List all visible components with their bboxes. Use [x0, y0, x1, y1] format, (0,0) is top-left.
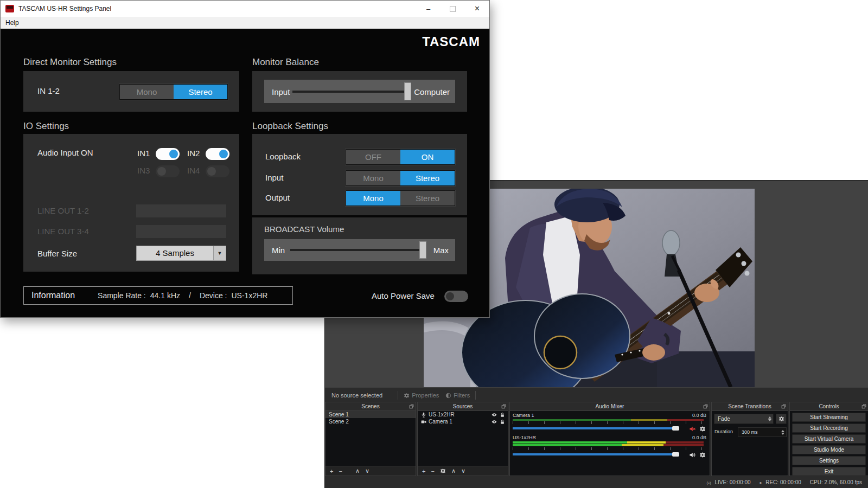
controls-panel-title: Controls — [819, 403, 839, 409]
window-title: TASCAM US-HR Settings Panel — [18, 5, 111, 12]
transition-select[interactable]: Fade — [714, 414, 774, 424]
slider-right-label: Computer — [414, 87, 450, 96]
source-properties-gear-icon[interactable] — [440, 468, 446, 474]
source-item[interactable]: US-1x2HR — [418, 411, 508, 418]
meter-tick-scale — [513, 447, 704, 450]
menu-bar: Help — [1, 17, 489, 29]
add-scene-button[interactable]: + — [330, 468, 333, 474]
transitions-panel-title: Scene Transitions — [728, 403, 771, 409]
audio-mixer-panel: Audio Mixer Camera 1 0.0 dB — [509, 402, 710, 476]
meter-tick-scale — [513, 421, 704, 424]
settings-button[interactable]: Settings — [792, 456, 866, 465]
visibility-eye-icon[interactable] — [492, 412, 497, 418]
auto-power-save-toggle[interactable] — [444, 291, 468, 302]
studio-mode-button[interactable]: Studio Mode — [792, 445, 866, 454]
start-streaming-button[interactable]: Start Streaming — [792, 413, 866, 422]
status-bar: (•) LIVE: 00:00:00 ● REC: 00:00:00 CPU: … — [325, 476, 868, 488]
monitor-balance-slider[interactable]: Input Computer — [264, 80, 455, 103]
in3-label: IN3 — [137, 166, 150, 175]
broadcast-volume-slider[interactable]: Min Max — [264, 239, 455, 261]
line-out-12-label: LINE OUT 1-2 — [37, 206, 89, 215]
properties-button[interactable]: Properties — [404, 392, 439, 399]
transition-settings-button[interactable] — [776, 414, 787, 424]
speaker-icon[interactable] — [689, 452, 695, 458]
audio-input-on-label: Audio Input ON — [37, 148, 93, 157]
section-title-direct-monitor: Direct Monitor Settings — [23, 57, 117, 68]
loopback-off-on-toggle[interactable]: OFF ON — [346, 149, 455, 165]
volume-slider[interactable] — [513, 452, 682, 457]
lock-icon[interactable] — [500, 412, 505, 418]
lock-icon[interactable] — [500, 419, 505, 425]
in4-toggle[interactable] — [206, 165, 229, 177]
mixer-channel-name: Camera 1 — [513, 413, 534, 418]
exit-button[interactable]: Exit — [792, 467, 866, 476]
source-down-button[interactable]: ∨ — [461, 467, 465, 474]
volume-slider-handle[interactable] — [672, 452, 679, 457]
buffer-size-dropdown[interactable]: 4 Samples ▼ — [136, 246, 226, 261]
add-source-button[interactable]: + — [422, 468, 425, 474]
source-up-button[interactable]: ∧ — [451, 467, 456, 474]
slider-left-label: Input — [272, 87, 290, 96]
volume-slider-handle[interactable] — [672, 426, 679, 431]
monitor-balance-handle[interactable] — [404, 82, 411, 100]
source-item[interactable]: Camera 1 — [418, 418, 508, 425]
scene-down-button[interactable]: ∨ — [365, 467, 369, 474]
camera-icon — [421, 419, 426, 425]
line-out-12-field — [136, 204, 226, 217]
popout-icon[interactable] — [703, 404, 708, 409]
in12-mono-stereo-toggle[interactable]: Mono Stereo — [119, 84, 228, 100]
visibility-eye-icon[interactable] — [492, 419, 497, 425]
popout-icon[interactable] — [501, 404, 506, 409]
sources-panel: Sources US-1x2HR Camera 1 — [417, 402, 508, 476]
title-bar[interactable]: TASCAM US-HR Settings Panel – × — [1, 1, 489, 17]
scene-item[interactable]: Scene 2 — [326, 418, 416, 425]
scene-up-button[interactable]: ∧ — [355, 467, 360, 474]
duration-field[interactable]: 300 ms — [738, 427, 787, 437]
loopback-label: Loopback — [265, 152, 301, 161]
direct-monitor-box: IN 1-2 Mono Stereo — [23, 71, 239, 112]
mixer-channel-db: 0.0 dB — [692, 435, 706, 440]
sample-rate-label: Sample Rate : — [98, 291, 146, 300]
remove-scene-button[interactable]: − — [339, 468, 342, 474]
duration-label: Duration — [714, 429, 733, 434]
sources-panel-title: Sources — [453, 403, 473, 409]
in3-toggle[interactable] — [156, 165, 180, 177]
performance-stats: CPU: 2.0%, 60.00 fps — [810, 479, 862, 485]
broadcast-volume-box: BROADCAST Volume Min Max — [252, 217, 467, 274]
filters-button[interactable]: Filters — [445, 392, 470, 399]
record-dot-icon: ● — [760, 480, 762, 485]
in12-label: IN 1-2 — [37, 86, 60, 95]
spinner-arrows-icon[interactable] — [781, 430, 784, 435]
minimize-button[interactable]: – — [416, 1, 441, 17]
popout-icon[interactable] — [781, 404, 786, 409]
help-menu[interactable]: Help — [1, 19, 24, 27]
tascam-window: TASCAM US-HR Settings Panel – × Help TAS… — [0, 0, 490, 318]
remove-source-button[interactable]: − — [431, 468, 434, 474]
start-recording-button[interactable]: Start Recording — [792, 423, 866, 433]
dropdown-arrow-icon[interactable]: ▼ — [213, 246, 226, 260]
loopback-output-toggle[interactable]: Mono Stereo — [346, 190, 455, 206]
loopback-input-toggle[interactable]: Mono Stereo — [346, 170, 455, 186]
scene-item[interactable]: Scene 1 — [326, 411, 416, 418]
close-button[interactable]: × — [465, 1, 489, 17]
slider-left-label: Min — [272, 246, 285, 255]
in2-toggle[interactable] — [206, 148, 229, 160]
broadcast-volume-handle[interactable] — [419, 241, 426, 259]
popout-icon[interactable] — [861, 404, 866, 409]
scenes-panel-title: Scenes — [361, 403, 379, 409]
monitor-balance-box: Input Computer — [252, 71, 467, 112]
broadcast-icon: (•) — [707, 480, 711, 485]
in1-toggle[interactable] — [156, 148, 180, 160]
volume-slider[interactable] — [513, 426, 682, 431]
slider-right-label: Max — [433, 246, 449, 255]
popout-icon[interactable] — [409, 404, 414, 409]
device-value: US-1x2HR — [231, 291, 267, 300]
speaker-muted-icon[interactable] — [689, 426, 695, 432]
start-virtual-camera-button[interactable]: Start Virtual Camera — [792, 434, 866, 444]
microphone-icon — [421, 412, 426, 418]
channel-settings-gear-icon[interactable] — [699, 452, 706, 458]
channel-settings-gear-icon[interactable] — [699, 426, 706, 432]
mixer-panel-title: Audio Mixer — [596, 403, 624, 409]
in2-label: IN2 — [187, 149, 200, 158]
audio-level-meter — [513, 444, 704, 446]
